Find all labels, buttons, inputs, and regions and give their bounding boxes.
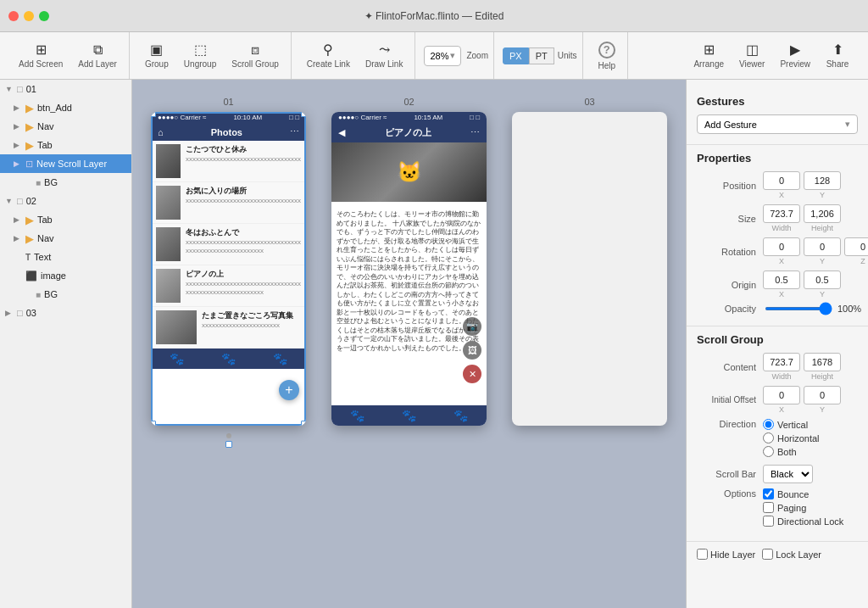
direction-vertical-label: Vertical <box>777 420 808 430</box>
maximize-button[interactable] <box>39 11 49 21</box>
thumbnail <box>156 310 197 344</box>
toolbar-link-group: ⚲ Create Link ⤳ Draw Link <box>295 32 416 79</box>
item-title: 冬はおふとんで <box>186 227 301 238</box>
direction-vertical-radio[interactable] <box>763 419 774 430</box>
hide-layer-checkbox[interactable] <box>697 549 708 560</box>
draw-link-button[interactable]: ⤳ Draw Link <box>359 40 409 72</box>
item-body: xxxxxxxxxxxxxxxxxxxxxxx <box>202 321 293 330</box>
sidebar-item-nav1[interactable]: ▶ ▶ Nav <box>0 117 131 136</box>
share-button[interactable]: ⬆ Share <box>819 40 856 72</box>
bounce-checkbox[interactable] <box>763 488 774 499</box>
battery-text: □ □ <box>289 114 299 121</box>
lock-layer-label: Lock Layer <box>762 549 821 560</box>
add-screen-button[interactable]: ⊞ Add Screen <box>12 40 70 72</box>
folder-icon: ▶ <box>25 102 34 114</box>
screen02-label: 02 <box>403 97 414 107</box>
zoom-control[interactable]: 28% ▾ <box>424 46 461 66</box>
item-body: xxxxxxxxxxxxxxxxxxxxxxxxxxxxxxxxxxxxxxxx… <box>186 280 301 298</box>
preview-label: Preview <box>780 59 810 69</box>
sidebar-item-nav2[interactable]: ▶ ▶ Nav <box>0 229 131 248</box>
rotation-x-input[interactable] <box>763 237 800 256</box>
viewer-button[interactable]: ◫ Viewer <box>732 40 771 72</box>
toolbar-add-group: ⊞ Add Screen ⧉ Add Layer <box>7 32 130 79</box>
time-text: 10:10 AM <box>233 114 262 121</box>
unit-px-button[interactable]: PX <box>503 47 529 64</box>
position-x-label: X <box>779 191 784 199</box>
add-layer-button[interactable]: ⧉ Add Layer <box>71 40 124 72</box>
rotation-z-input[interactable] <box>844 237 868 256</box>
minimize-button[interactable] <box>24 11 34 21</box>
list-item: お気に入りの場所 xxxxxxxxxxxxxxxxxxxxxxxxxxxxxxx… <box>151 182 306 224</box>
position-x-input[interactable] <box>763 171 800 190</box>
sidebar-item-s03[interactable]: ▶ □ 03 <box>0 304 131 322</box>
sidebar-item-text[interactable]: T Text <box>0 248 131 266</box>
opacity-slider[interactable] <box>765 307 832 310</box>
photo-button[interactable]: 🖼 <box>463 341 481 360</box>
close-button[interactable]: ✕ <box>463 365 481 383</box>
position-row: Position X Y <box>697 171 858 199</box>
size-w-input[interactable] <box>763 204 800 223</box>
chevron-icon: ▶ <box>14 141 22 149</box>
directional-lock-checkbox[interactable] <box>763 516 774 527</box>
add-layer-label: Add Layer <box>78 59 117 69</box>
position-y-input[interactable] <box>804 171 841 190</box>
tab-icon-1: 🐾 <box>350 409 364 422</box>
draw-link-icon: ⤳ <box>379 43 390 57</box>
scroll-group-button[interactable]: ⧈ Scroll Group <box>225 40 286 72</box>
handle-bottom-mid[interactable] <box>225 441 232 448</box>
sidebar-item-s01[interactable]: ▼ □ 01 <box>0 80 131 98</box>
add-gesture-label: Add Gesture <box>704 120 757 130</box>
content-h-input[interactable] <box>804 353 841 371</box>
origin-x-input[interactable] <box>763 271 800 289</box>
sidebar-item-tab2[interactable]: ▶ ▶ Tab <box>0 210 131 229</box>
status-bar: ●●●●○ Carrier ≈ 10:10 AM □ □ <box>151 112 306 123</box>
group-button[interactable]: ▣ Group <box>138 40 175 72</box>
position-label: Position <box>697 181 756 191</box>
sidebar-item-s02[interactable]: ▼ □ 02 <box>0 192 131 210</box>
sidebar-item-btn-add[interactable]: ▶ ▶ btn_Add <box>0 98 131 117</box>
direction-both-radio[interactable] <box>763 446 774 457</box>
folder-icon: ▶ <box>25 120 34 133</box>
add-gesture-button[interactable]: Add Gesture ▾ <box>697 114 858 134</box>
arrange-button[interactable]: ⊞ Arrange <box>687 40 731 72</box>
direction-horizontal-radio[interactable] <box>763 432 774 443</box>
content-w-input[interactable] <box>763 353 800 371</box>
scroll-bar-select[interactable]: Black White None <box>763 465 813 483</box>
offset-x-input[interactable] <box>763 386 800 404</box>
rotation-y-input[interactable] <box>804 237 841 256</box>
bg-icon: ■ <box>36 290 41 299</box>
toolbar: ⊞ Add Screen ⧉ Add Layer ▣ Group ⬚ Ungro… <box>0 32 868 80</box>
screen01-frame[interactable]: ●●●●○ Carrier ≈ 10:10 AM □ □ ⌂ Photos ⋯ <box>151 112 306 444</box>
paging-checkbox[interactable] <box>763 502 774 513</box>
help-button[interactable]: ? Help <box>592 38 623 74</box>
sidebar-item-new-scroll-layer[interactable]: ▶ ⊡ New Scroll Layer <box>0 154 131 173</box>
lock-layer-checkbox[interactable] <box>762 549 773 560</box>
fab-button[interactable]: + <box>279 380 299 400</box>
tab-icon-3: 🐾 <box>273 352 287 365</box>
origin-y-input[interactable] <box>804 271 841 289</box>
ungroup-button[interactable]: ⬚ Ungroup <box>177 40 223 72</box>
preview-button[interactable]: ▶ Preview <box>773 40 817 72</box>
offset-y-input[interactable] <box>804 386 841 404</box>
sidebar-label: Tab <box>37 140 53 150</box>
create-link-button[interactable]: ⚲ Create Link <box>300 40 357 72</box>
preview-icon: ▶ <box>790 43 800 57</box>
close-button[interactable] <box>8 11 19 21</box>
sidebar-item-tab1[interactable]: ▶ ▶ Tab <box>0 136 131 154</box>
sidebar-item-bg2[interactable]: ■ BG <box>0 285 131 304</box>
chevron-icon: ▼ <box>5 197 14 205</box>
initial-offset-row: Initial Offset X Y <box>697 386 858 414</box>
unit-pt-button[interactable]: PT <box>529 47 554 64</box>
scroll-layer-icon: ⊡ <box>25 159 33 170</box>
item-body: xxxxxxxxxxxxxxxxxxxxxxxxxxxxxxxxxx <box>186 155 301 164</box>
rotation-z-label: Z <box>860 257 865 265</box>
camera-button[interactable]: 📷 <box>463 317 481 336</box>
sidebar-item-image[interactable]: ⬛ image <box>0 266 131 285</box>
size-h-input[interactable] <box>804 204 841 223</box>
screen02-frame[interactable]: ●●●●○ Carrier ≈ 10:15 AM □ □ ◀ ピアノの上 ⋯ 🐱 <box>331 112 487 426</box>
cat-emoji: 🐱 <box>397 160 422 184</box>
list-item: 冬はおふとんで xxxxxxxxxxxxxxxxxxxxxxxxxxxxxxxx… <box>151 224 306 265</box>
screen03-frame[interactable] <box>512 112 667 426</box>
gestures-section: Gestures Add Gesture ▾ <box>687 88 868 145</box>
sidebar-item-bg1[interactable]: ■ BG <box>0 173 131 192</box>
